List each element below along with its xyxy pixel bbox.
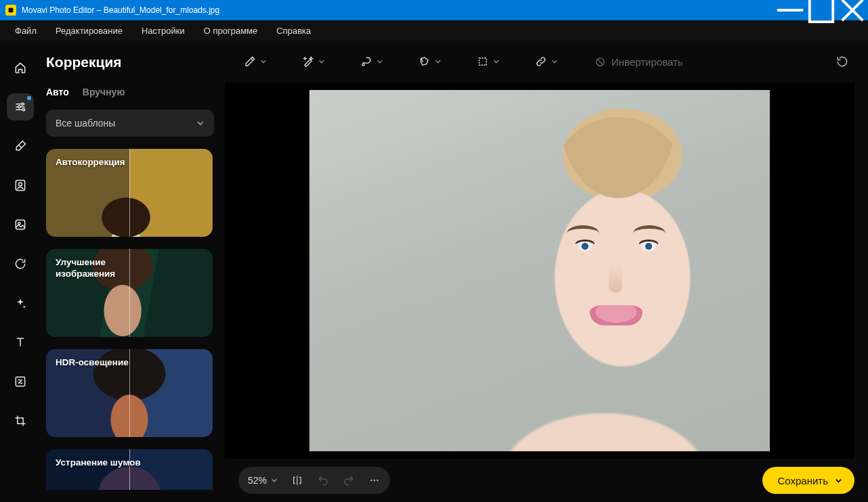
tab-auto[interactable]: Авто: [46, 87, 69, 97]
panel-title: Коррекция: [46, 54, 214, 70]
invert-icon: [594, 56, 606, 68]
select-label: Все шаблоны: [56, 118, 115, 129]
svg-point-5: [19, 183, 22, 186]
zoom-value: 52%: [248, 475, 267, 486]
top-toolbar: Инвертировать: [225, 41, 868, 83]
chevron-down-icon: [376, 58, 383, 65]
refresh-icon[interactable]: [7, 250, 34, 277]
canvas-area: Инвертировать 52%: [225, 41, 868, 502]
effects-icon[interactable]: [7, 211, 34, 238]
save-button[interactable]: Сохранить: [762, 467, 854, 494]
window-title: Movavi Photo Editor – Beautiful_Model_fo…: [22, 5, 775, 15]
chevron-down-icon: [835, 477, 842, 484]
magic-wand-tool[interactable]: [297, 49, 330, 74]
side-panel: Коррекция Авто Вручную Все шаблоны Авток…: [41, 41, 225, 502]
chevron-down-icon: [493, 58, 500, 65]
before-after-divider: [129, 449, 130, 490]
chevron-down-icon: [260, 58, 267, 65]
chevron-down-icon: [196, 119, 204, 127]
minimize-button[interactable]: [775, 0, 806, 20]
svg-point-13: [376, 480, 378, 481]
text-icon[interactable]: [7, 329, 34, 356]
preset-enhance[interactable]: Улучшение изображения: [46, 249, 213, 337]
zoom-level[interactable]: 52%: [248, 475, 278, 486]
invert-label: Инвертировать: [611, 56, 683, 68]
svg-rect-0: [810, 0, 833, 22]
preset-hdr[interactable]: HDR-освещение: [46, 349, 213, 437]
sliders-icon[interactable]: [7, 93, 34, 120]
before-after-divider: [129, 149, 130, 237]
panel-tabs: Авто Вручную: [46, 87, 214, 97]
view-controls: 52%: [238, 467, 390, 494]
chevron-down-icon: [271, 477, 278, 484]
compare-button[interactable]: [291, 474, 303, 486]
bottom-bar: 52% Сохранить: [225, 459, 868, 502]
invert-selection: Инвертировать: [588, 56, 690, 68]
maximize-button[interactable]: [806, 0, 837, 20]
menu-edit[interactable]: Редактирование: [46, 20, 132, 41]
svg-point-3: [22, 109, 24, 111]
chevron-down-icon: [551, 58, 558, 65]
svg-point-11: [370, 480, 372, 481]
resize-icon[interactable]: [7, 368, 34, 395]
lasso-tool[interactable]: [355, 49, 389, 74]
redo-button[interactable]: [343, 474, 355, 486]
link-tool[interactable]: [529, 49, 563, 74]
image-viewport[interactable]: [225, 83, 854, 459]
save-label: Сохранить: [777, 475, 828, 486]
svg-point-2: [18, 106, 20, 108]
svg-point-12: [374, 480, 375, 481]
chevron-down-icon: [318, 58, 325, 65]
menubar: Файл Редактирование Настройки О программ…: [0, 20, 868, 41]
tab-manual[interactable]: Вручную: [83, 87, 125, 97]
portrait-icon[interactable]: [7, 172, 34, 199]
eyedropper-tool[interactable]: [238, 49, 272, 74]
before-after-divider: [129, 349, 130, 437]
titlebar: Movavi Photo Editor – Beautiful_Model_fo…: [0, 0, 868, 20]
preset-label: Улучшение изображения: [56, 257, 157, 280]
eraser-icon[interactable]: [7, 133, 34, 160]
preset-denoise[interactable]: Устранение шумов: [46, 449, 213, 490]
chevron-down-icon: [435, 58, 441, 65]
menu-help[interactable]: Справка: [267, 20, 320, 41]
preset-label: HDR-освещение: [56, 357, 129, 369]
close-button[interactable]: [837, 0, 868, 20]
active-indicator: [27, 96, 31, 100]
preset-label: Автокоррекция: [56, 157, 125, 168]
undo-button[interactable]: [317, 474, 329, 486]
crop-icon[interactable]: [7, 407, 34, 434]
home-icon[interactable]: [7, 54, 34, 81]
reset-button[interactable]: [830, 49, 854, 74]
menu-about[interactable]: О программе: [194, 20, 267, 41]
menu-file[interactable]: Файл: [5, 20, 46, 41]
preset-list[interactable]: Автокоррекция Улучшение изображения HDR-…: [46, 149, 214, 502]
app-logo-icon: [5, 5, 16, 16]
preset-category-select[interactable]: Все шаблоны: [46, 110, 214, 137]
menu-settings[interactable]: Настройки: [132, 20, 194, 41]
sparkle-icon[interactable]: [7, 290, 34, 317]
preset-label: Устранение шумов: [56, 457, 141, 469]
more-button[interactable]: [368, 474, 381, 486]
preset-autocorrection[interactable]: Автокоррекция: [46, 149, 213, 237]
svg-rect-9: [479, 58, 487, 66]
svg-point-1: [22, 103, 24, 105]
tool-rail: [0, 41, 41, 502]
polygon-lasso-tool[interactable]: [413, 49, 447, 74]
edited-photo: [309, 90, 770, 451]
marquee-tool[interactable]: [471, 49, 505, 74]
